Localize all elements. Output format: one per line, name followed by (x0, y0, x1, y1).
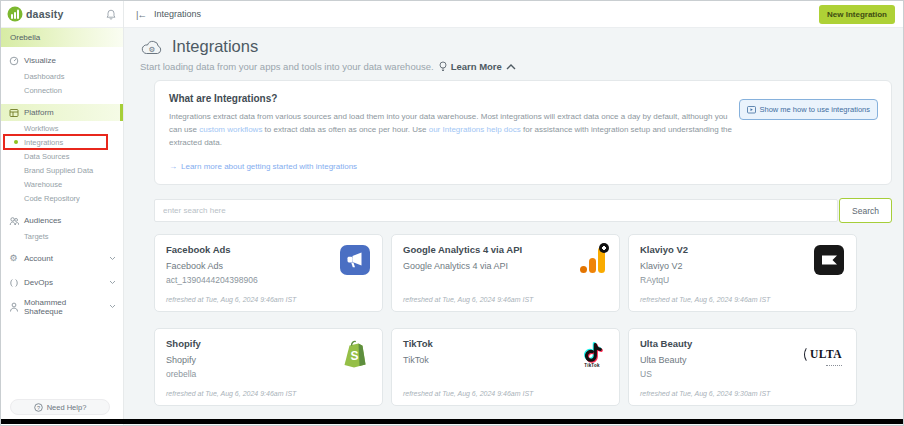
sidebar-nav: Visualize Dashboards Connection Platform… (1, 47, 123, 425)
app-window: daasity Orebella Visualize Dashboards Co… (0, 0, 904, 426)
integration-card-klaviyo[interactable]: Klaviyo V2 Klaviyo V2 RAytqU refreshed a… (628, 234, 857, 312)
google-analytics-icon (575, 243, 609, 277)
sidebar-item-label: Account (24, 254, 53, 263)
help-icon: ? (34, 403, 43, 412)
sidebar-item-targets[interactable]: Targets (1, 229, 123, 243)
active-dot (14, 140, 18, 144)
page-subtitle-row: Start loading data from your apps and to… (140, 61, 892, 72)
facebook-ads-icon (338, 243, 372, 277)
integration-card-facebook-ads[interactable]: Facebook Ads Facebook Ads act_1390444204… (154, 234, 383, 312)
custom-workflows-link[interactable]: custom workflows (199, 125, 262, 134)
card-refreshed-timestamp: refreshed at Tue, Aug 6, 2024 9:46am IST (166, 390, 371, 397)
svg-text:⚙: ⚙ (149, 44, 156, 53)
code-icon (8, 278, 19, 288)
what-are-integrations-card: What are Integrations? Integrations extr… (154, 80, 892, 185)
klaviyo-icon (812, 243, 846, 277)
show-me-how-button[interactable]: Show me how to use integrations (739, 99, 878, 120)
sidebar-item-brand-supplied-data[interactable]: Brand Supplied Data (1, 163, 123, 177)
daasity-logo-icon (7, 6, 23, 22)
sidebar-item-label: DevOps (24, 278, 53, 287)
notification-badge (599, 243, 609, 253)
sidebar-item-warehouse[interactable]: Warehouse (1, 177, 123, 191)
getting-started-link[interactable]: → Learn more about getting started with … (169, 162, 877, 171)
collapse-sidebar-icon[interactable]: |← (136, 9, 146, 20)
ulta-icon: ULTA (800, 337, 846, 371)
page-title: Integrations (172, 37, 258, 56)
new-integration-button[interactable]: New Integration (819, 5, 895, 24)
sidebar-item-label: Data Sources (24, 152, 69, 161)
sidebar-item-label: Brand Supplied Data (24, 166, 93, 175)
search-bar: Search (154, 198, 892, 223)
shopify-icon: S (338, 337, 372, 371)
sidebar-item-dashboards[interactable]: Dashboards (1, 69, 123, 83)
sidebar-item-label: Integrations (24, 138, 63, 147)
info-card-body: Integrations extract data from various s… (169, 111, 737, 149)
tiktok-wordmark: TikTok (584, 363, 599, 368)
sidebar-item-label: Visualize (24, 56, 56, 65)
sidebar-item-connection[interactable]: Connection (1, 83, 123, 97)
show-me-how-label: Show me how to use integrations (760, 105, 870, 114)
brand-name: daasity (26, 8, 64, 20)
ulta-dots (826, 365, 842, 366)
getting-started-link-label: Learn more about getting started with in… (181, 162, 357, 171)
need-help-label: Need Help? (47, 403, 87, 412)
page-subtitle: Start loading data from your apps and to… (140, 61, 434, 72)
topbar: |← Integrations New Integration (124, 1, 903, 28)
content: ⚙ Integrations Start loading data from y… (124, 28, 903, 425)
card-refreshed-timestamp: refreshed at Tue, Aug 6, 2024 9:30am IST (640, 390, 845, 397)
sidebar-item-devops[interactable]: DevOps (1, 274, 123, 291)
user-icon (8, 302, 19, 312)
search-button[interactable]: Search (839, 198, 892, 223)
info-text: to extract data as often as once per hou… (262, 125, 428, 134)
lightbulb-icon (439, 61, 447, 72)
sidebar-item-integrations[interactable]: Integrations (1, 135, 123, 149)
platform-icon (8, 108, 19, 118)
sidebar-item-label: Mohammed Shafeeque (24, 298, 104, 316)
sidebar-item-label: Dashboards (24, 72, 64, 81)
svg-text:S: S (351, 349, 359, 363)
client-selector[interactable]: Orebella (1, 28, 123, 47)
integration-card-tiktok[interactable]: TikTok TikTok refreshed at Tue, Aug 6, 2… (391, 328, 620, 406)
breadcrumb: Integrations (154, 9, 201, 19)
sidebar-item-visualize[interactable]: Visualize (1, 52, 123, 69)
chevron-down-icon (109, 280, 116, 285)
chevron-up-icon (506, 64, 516, 70)
page-header: ⚙ Integrations (140, 37, 892, 56)
integration-card-google-analytics[interactable]: Google Analytics 4 via API Google Analyt… (391, 234, 620, 312)
card-refreshed-timestamp: refreshed at Tue, Aug 6, 2024 9:46am IST (403, 390, 608, 397)
arrow-right-icon: → (169, 162, 177, 171)
sidebar-item-platform[interactable]: Platform (1, 104, 123, 121)
help-docs-link[interactable]: our Integrations help docs (429, 125, 521, 134)
gear-icon: ⚙ (8, 254, 19, 263)
sidebar-item-account[interactable]: ⚙ Account (1, 250, 123, 267)
sidebar-item-data-sources[interactable]: Data Sources (1, 149, 123, 163)
svg-text:?: ? (37, 404, 40, 410)
search-input[interactable] (154, 199, 838, 222)
card-refreshed-timestamp: refreshed at Tue, Aug 6, 2024 9:46am IST (403, 296, 608, 303)
sidebar-item-user-menu[interactable]: Mohammed Shafeeque (1, 298, 123, 315)
sidebar-header: daasity (1, 1, 123, 28)
sidebar-item-code-repository[interactable]: Code Repository (1, 191, 123, 205)
ulta-wordmark: ULTA (810, 348, 842, 360)
learn-more-toggle[interactable]: Learn More (439, 61, 516, 72)
card-refreshed-timestamp: refreshed at Tue, Aug 6, 2024 9:46am IST (640, 296, 845, 303)
integration-card-ulta-beauty[interactable]: Ulta Beauty Ulta Beauty US refreshed at … (628, 328, 857, 406)
daasity-logo[interactable]: daasity (7, 6, 64, 22)
sidebar-item-label: Platform (24, 108, 54, 117)
bell-icon[interactable] (106, 9, 116, 20)
sidebar-item-workflows[interactable]: Workflows (1, 121, 123, 135)
card-refreshed-timestamp: refreshed at Tue, Aug 6, 2024 9:46am IST (166, 296, 371, 303)
need-help-button[interactable]: ? Need Help? (10, 399, 110, 415)
sidebar-item-label: Workflows (24, 124, 58, 133)
sidebar: daasity Orebella Visualize Dashboards Co… (1, 1, 124, 425)
sidebar-item-label: Warehouse (24, 180, 62, 189)
chevron-down-icon (109, 304, 116, 309)
integrations-cloud-icon: ⚙ (140, 39, 164, 55)
main-area: |← Integrations New Integration ⚙ Integr… (124, 1, 903, 425)
bottom-black-bar (1, 419, 903, 424)
audiences-icon (8, 216, 19, 226)
sidebar-item-audiences[interactable]: Audiences (1, 212, 123, 229)
integration-card-shopify[interactable]: Shopify Shopify orebella refreshed at Tu… (154, 328, 383, 406)
client-name: Orebella (10, 33, 40, 42)
sidebar-item-label: Targets (24, 232, 49, 241)
